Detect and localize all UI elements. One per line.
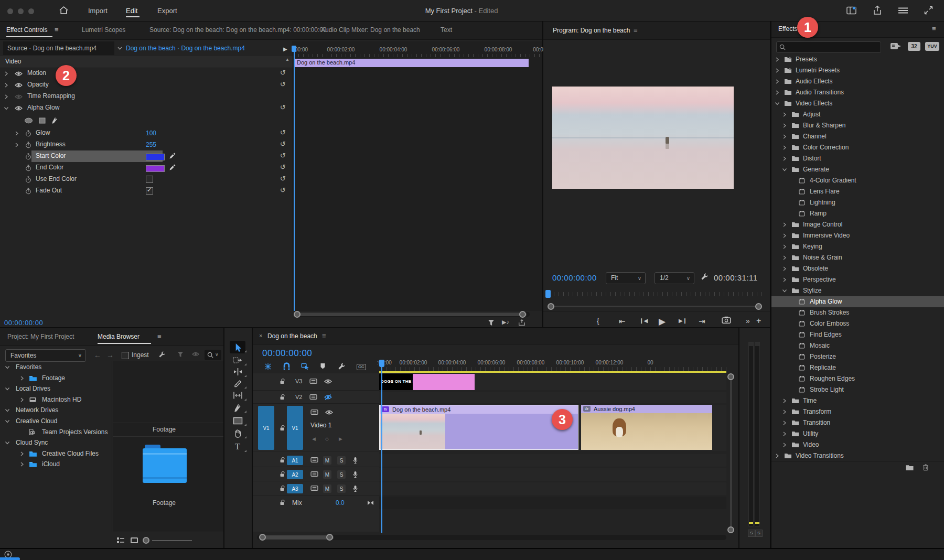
ingest-settings-wrench-icon[interactable] xyxy=(158,351,166,358)
effects-tree-item-transition[interactable]: Transition xyxy=(771,417,944,428)
share-export-icon[interactable] xyxy=(873,5,882,15)
linked-selection-icon[interactable] xyxy=(301,363,309,370)
sync-lock-icon[interactable] xyxy=(309,378,317,384)
track-target-a1[interactable]: A1 xyxy=(287,456,303,465)
sync-lock-icon[interactable] xyxy=(310,457,318,463)
ec-row-end-color[interactable]: End Color↺ xyxy=(0,162,293,174)
media-browser-item-favorites[interactable]: Favorites xyxy=(0,362,112,373)
effects-tree-item-image-control[interactable]: Image Control xyxy=(771,219,944,230)
timeline-v-scrollbar[interactable] xyxy=(730,376,732,530)
program-zoom-handle-left[interactable] xyxy=(548,303,554,310)
thumbnail-view-icon[interactable] xyxy=(130,537,138,544)
play-button[interactable]: ▶ xyxy=(659,316,666,327)
track-lock-icon[interactable] xyxy=(280,457,285,464)
timeline-current-timecode[interactable]: 00:00:00:00 xyxy=(262,348,312,359)
tab-text[interactable]: Text xyxy=(441,26,452,34)
checkbox-fade-out[interactable] xyxy=(146,187,153,195)
thumbnail-size-slider-track[interactable] xyxy=(152,540,192,541)
ec-param-value[interactable]: 100 xyxy=(146,130,156,137)
timeline-h-scroll-handle-right[interactable] xyxy=(326,534,333,541)
track-head-a3[interactable]: A3MS xyxy=(253,482,379,496)
color-swatch-end-color[interactable] xyxy=(146,165,165,172)
nest-sequences-icon[interactable] xyxy=(264,363,272,370)
settings-wrench-icon[interactable] xyxy=(701,273,709,281)
effects-tree-item-4-color-gradient[interactable]: 4-Color Gradient xyxy=(771,175,944,186)
tab-effect-controls[interactable]: Effect Controls xyxy=(6,26,47,34)
reset-parameter-icon[interactable]: ↺ xyxy=(280,141,286,148)
track-lock-icon[interactable] xyxy=(280,378,285,385)
program-zoom-track[interactable] xyxy=(552,306,759,307)
media-browser-item-local-drives[interactable]: Local Drives xyxy=(0,383,112,394)
program-playhead-grip[interactable] xyxy=(545,290,551,298)
track-head-mix[interactable]: Mix0.0 xyxy=(253,497,379,509)
effect-controls-mini-timeline[interactable] xyxy=(293,41,542,311)
search-button[interactable]: ∨ xyxy=(205,350,221,360)
mark-in-button[interactable]: ⇤ xyxy=(619,317,626,326)
window-control-zoom[interactable] xyxy=(28,8,34,14)
ec-row-opacity[interactable]: Opacity↺ xyxy=(0,79,293,91)
captions-icon[interactable]: CC xyxy=(357,364,366,370)
effects-tree-item-noise-grain[interactable]: Noise & Grain xyxy=(771,252,944,263)
ec-row-masks[interactable] xyxy=(0,114,293,127)
tool-track-select-forward[interactable] xyxy=(230,354,245,367)
track-target-a2[interactable]: A2 xyxy=(287,470,303,479)
effects-tree-item-alpha-glow[interactable]: Alpha Glow xyxy=(771,296,944,307)
accelerated-effects-icon[interactable] xyxy=(890,41,902,51)
reset-parameter-icon[interactable]: ↺ xyxy=(280,152,286,159)
voiceover-record-icon[interactable] xyxy=(352,471,358,478)
project-panel-menu-icon[interactable]: ≡ xyxy=(157,332,162,340)
effects-yuv-badge[interactable]: YUV xyxy=(925,42,939,51)
tool-razor[interactable] xyxy=(230,377,245,390)
media-browser-item-footage[interactable]: Footage xyxy=(0,373,112,384)
pan-bowtie-icon[interactable] xyxy=(367,500,374,505)
second-video-clip[interactable]: fx Aussie dog.mp4 xyxy=(581,405,712,450)
keyframe-prev-icon[interactable]: ◀ xyxy=(312,436,316,441)
track-lock-icon[interactable] xyxy=(280,485,285,492)
media-browser-item-team-projects-versions[interactable]: Team Projects Versions xyxy=(0,427,112,438)
ec-current-timecode[interactable]: 00:00:00:00 xyxy=(4,319,43,327)
track-output-eye-icon[interactable] xyxy=(325,410,333,415)
fullscreen-icon[interactable] xyxy=(924,6,933,15)
effect-controls-clip-name[interactable]: Dog on the beach · Dog on the beach.mp4 xyxy=(126,45,245,52)
track-head-v1[interactable]: V1V1Video 1◀◇▶ xyxy=(253,405,379,451)
effects-tree-item-presets[interactable]: Presets xyxy=(771,54,944,65)
home-icon[interactable] xyxy=(59,6,69,15)
mini-timeline-playhead-grip[interactable] xyxy=(292,46,296,52)
effects-tree-item-lumetri-presets[interactable]: Lumetri Presets xyxy=(771,65,944,76)
media-browser-item-macintosh-hd[interactable]: Macintosh HD xyxy=(0,394,112,405)
effects-tree-item-strobe-light[interactable]: Strobe Light xyxy=(771,384,944,395)
tool-selection[interactable] xyxy=(230,341,245,353)
mute-button[interactable]: M xyxy=(323,470,331,479)
timeline-tab-close-icon[interactable]: × xyxy=(259,332,262,339)
solo-button[interactable]: S xyxy=(337,470,346,479)
reset-parameter-icon[interactable]: ↺ xyxy=(280,104,286,111)
program-resolution-dropdown[interactable]: 1/2∨ xyxy=(655,272,694,284)
program-video-preview[interactable] xyxy=(552,87,734,189)
effects-panel-title[interactable]: Effects xyxy=(778,25,797,33)
timeline-playhead-grip[interactable] xyxy=(379,360,384,367)
effects-tree-item-find-edges[interactable]: Find Edges xyxy=(771,329,944,340)
export-frame-icon[interactable] xyxy=(722,316,731,324)
track-head-v2[interactable]: V2 xyxy=(253,392,379,404)
keyframe-add-icon[interactable]: ◇ xyxy=(325,436,329,441)
mini-timeline-playhead[interactable] xyxy=(294,46,295,311)
fx-badge[interactable]: fx xyxy=(583,406,591,412)
add-marker-button[interactable]: { xyxy=(597,317,599,325)
reset-parameter-icon[interactable]: ↺ xyxy=(280,129,286,136)
sync-lock-icon[interactable] xyxy=(310,485,318,491)
media-browser-item-creative-cloud-files[interactable]: Creative Cloud Files xyxy=(0,448,112,459)
solo-button[interactable]: S xyxy=(337,456,346,465)
play-toggle-icon[interactable]: ▶ xyxy=(283,46,287,52)
effects-tree-item-immersive-video[interactable]: Immersive Video xyxy=(771,230,944,241)
step-forward-button[interactable]: ▶❙ xyxy=(679,318,687,324)
track-output-eye-icon[interactable] xyxy=(324,379,332,384)
effects-tree-item-adjust[interactable]: Adjust xyxy=(771,109,944,120)
stacked-panels-icon[interactable] xyxy=(898,7,908,14)
mark-out-button[interactable]: ⇥ xyxy=(699,317,705,326)
media-browser-item-icloud[interactable]: iCloud xyxy=(0,459,112,470)
tab-media-browser[interactable]: Media Browser xyxy=(98,333,140,340)
tool-ripple-edit[interactable] xyxy=(230,365,245,378)
step-back-button[interactable]: ❙◀ xyxy=(639,318,648,324)
reset-parameter-icon[interactable]: ↺ xyxy=(280,81,286,88)
effects-tree-item-lightning[interactable]: Lightning xyxy=(771,197,944,208)
